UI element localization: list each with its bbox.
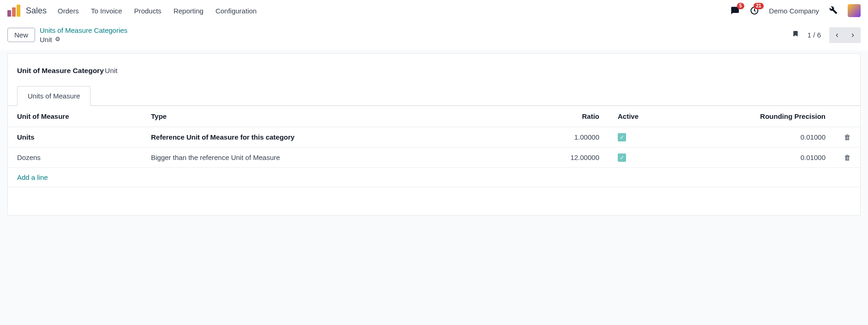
cell-type[interactable]: Bigger than the reference Unit of Measur…	[142, 147, 558, 167]
cell-ratio[interactable]: 12.00000	[558, 147, 609, 167]
nav-orders[interactable]: Orders	[58, 7, 79, 15]
messages-button[interactable]: 5	[730, 6, 740, 15]
bookmark-icon[interactable]	[792, 29, 799, 41]
pager-count[interactable]: 1 / 6	[808, 31, 821, 39]
tab-units-of-measure[interactable]: Units of Measure	[17, 86, 90, 106]
field-category-value[interactable]: Unit	[105, 66, 118, 75]
trash-icon[interactable]: 🗑	[844, 153, 851, 161]
pager-prev[interactable]: ‹	[829, 27, 845, 43]
add-line-button[interactable]: Add a line	[17, 173, 48, 181]
field-category-label: Unit of Measure Category	[17, 66, 105, 76]
nav-reporting[interactable]: Reporting	[174, 7, 204, 15]
cell-active[interactable]: ✓	[609, 127, 650, 147]
check-icon[interactable]: ✓	[618, 133, 626, 141]
app-logo[interactable]	[7, 5, 20, 17]
new-button[interactable]: New	[7, 28, 35, 42]
nav-configuration[interactable]: Configuration	[216, 7, 257, 15]
uom-table: Unit of Measure Type Ratio Active Roundi…	[8, 106, 860, 187]
avatar[interactable]	[848, 4, 861, 17]
cell-rounding[interactable]: 0.01000	[650, 147, 835, 167]
topbar-right: 5 21 Demo Company	[730, 4, 861, 17]
nav-menu: Orders To Invoice Products Reporting Con…	[58, 7, 257, 15]
app-name[interactable]: Sales	[26, 6, 47, 16]
messages-badge: 5	[737, 3, 744, 9]
breadcrumb: Units of Measure Categories Unit ⚙	[40, 26, 127, 44]
cell-rounding[interactable]: 0.01000	[650, 127, 835, 147]
th-ratio[interactable]: Ratio	[558, 106, 609, 127]
control-bar: New Units of Measure Categories Unit ⚙ 1…	[0, 21, 868, 50]
cell-ratio[interactable]: 1.00000	[558, 127, 609, 147]
th-rounding[interactable]: Rounding Precision	[650, 106, 835, 127]
breadcrumb-current: Unit ⚙	[40, 35, 127, 44]
activities-button[interactable]: 21	[750, 6, 759, 15]
table-row[interactable]: Dozens Bigger than the reference Unit of…	[8, 147, 860, 167]
breadcrumb-current-label: Unit	[40, 35, 52, 44]
cell-type[interactable]: Reference Unit of Measure for this categ…	[142, 127, 558, 147]
tools-icon	[829, 6, 838, 14]
cell-active[interactable]: ✓	[609, 147, 650, 167]
gear-icon[interactable]: ⚙	[55, 36, 60, 43]
activities-badge: 21	[753, 3, 763, 9]
th-active[interactable]: Active	[609, 106, 650, 127]
cell-uom[interactable]: Dozens	[8, 147, 142, 167]
table-row[interactable]: Units Reference Unit of Measure for this…	[8, 127, 860, 147]
th-uom[interactable]: Unit of Measure	[8, 106, 142, 127]
field-category: Unit of Measure Category Unit	[8, 54, 860, 80]
add-line-row: Add a line	[8, 167, 860, 187]
table-header-row: Unit of Measure Type Ratio Active Roundi…	[8, 106, 860, 127]
th-delete	[835, 106, 860, 127]
breadcrumb-parent[interactable]: Units of Measure Categories	[40, 26, 127, 35]
debug-icon[interactable]	[829, 6, 838, 16]
sheet-container: Unit of Measure Category Unit Units of M…	[0, 53, 868, 229]
th-type[interactable]: Type	[142, 106, 558, 127]
check-icon[interactable]: ✓	[618, 153, 626, 162]
trash-icon[interactable]: 🗑	[844, 133, 851, 141]
tabs: Units of Measure	[8, 86, 860, 106]
company-switcher[interactable]: Demo Company	[769, 7, 819, 15]
nav-to-invoice[interactable]: To Invoice	[91, 7, 122, 15]
controlbar-right: 1 / 6 ‹ ›	[792, 27, 861, 43]
cell-uom[interactable]: Units	[8, 127, 142, 147]
top-navbar: Sales Orders To Invoice Products Reporti…	[0, 0, 868, 21]
nav-products[interactable]: Products	[134, 7, 161, 15]
pager-next[interactable]: ›	[845, 27, 861, 43]
form-sheet: Unit of Measure Category Unit Units of M…	[7, 53, 861, 215]
